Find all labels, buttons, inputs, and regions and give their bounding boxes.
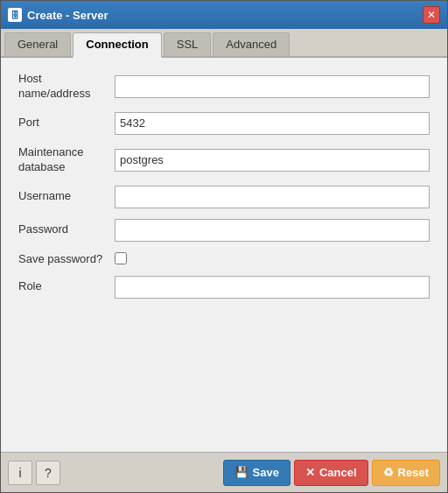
role-row: Role [18, 276, 430, 299]
username-field [115, 186, 430, 208]
port-label: Port [18, 116, 115, 130]
save-password-checkbox[interactable] [115, 252, 127, 264]
help-button[interactable]: ? [36, 461, 60, 485]
maintenance-row: Maintenance database [18, 145, 430, 175]
tab-advanced[interactable]: Advanced [213, 32, 290, 56]
username-row: Username [18, 186, 430, 208]
maintenance-field [115, 149, 430, 172]
tab-connection[interactable]: Connection [73, 32, 162, 58]
title-bar-left: 🗄 Create - Server [8, 8, 108, 22]
tab-general[interactable]: General [4, 32, 71, 56]
tab-bar: General Connection SSL Advanced [1, 29, 447, 58]
host-row: Host name/address [18, 72, 430, 102]
close-button[interactable]: ✕ [423, 6, 440, 24]
footer: i ? 💾 Save ✕ Cancel ♻ Reset [1, 452, 447, 492]
username-label: Username [18, 189, 115, 204]
reset-label: Reset [398, 466, 429, 479]
maintenance-label: Maintenance database [18, 145, 115, 175]
username-input[interactable] [115, 186, 430, 208]
save-icon: 💾 [234, 466, 248, 479]
tab-ssl[interactable]: SSL [164, 32, 212, 56]
maintenance-input[interactable] [115, 149, 430, 172]
host-field [115, 75, 430, 98]
cancel-label: Cancel [319, 466, 357, 479]
cancel-button[interactable]: ✕ Cancel [294, 460, 368, 486]
footer-right: 💾 Save ✕ Cancel ♻ Reset [223, 460, 440, 486]
help-icon: ? [45, 466, 52, 480]
footer-left: i ? [8, 461, 223, 485]
password-field [115, 219, 430, 242]
role-input[interactable] [115, 276, 430, 299]
save-password-row: Save password? [18, 252, 430, 265]
reset-icon: ♻ [383, 466, 394, 479]
role-field [115, 276, 430, 299]
save-label: Save [253, 466, 279, 479]
port-input[interactable] [115, 112, 430, 135]
dialog-window: 🗄 Create - Server ✕ General Connection S… [0, 0, 448, 493]
save-button[interactable]: 💾 Save [223, 460, 290, 486]
dialog-title: Create - Server [27, 9, 108, 22]
port-field [115, 112, 430, 135]
port-row: Port [18, 112, 430, 135]
save-password-label: Save password? [18, 252, 115, 265]
title-bar: 🗄 Create - Server ✕ [1, 1, 447, 29]
password-label: Password [18, 222, 115, 237]
info-icon: i [18, 466, 21, 480]
form-content: Host name/address Port Maintenance datab… [1, 58, 447, 452]
host-label: Host name/address [18, 72, 115, 102]
reset-button[interactable]: ♻ Reset [372, 460, 440, 486]
info-button[interactable]: i [8, 461, 32, 485]
host-input[interactable] [115, 75, 430, 98]
cancel-icon: ✕ [305, 466, 315, 479]
password-input[interactable] [115, 219, 430, 242]
role-label: Role [18, 279, 115, 294]
password-row: Password [18, 219, 430, 242]
dialog-icon: 🗄 [8, 8, 22, 22]
